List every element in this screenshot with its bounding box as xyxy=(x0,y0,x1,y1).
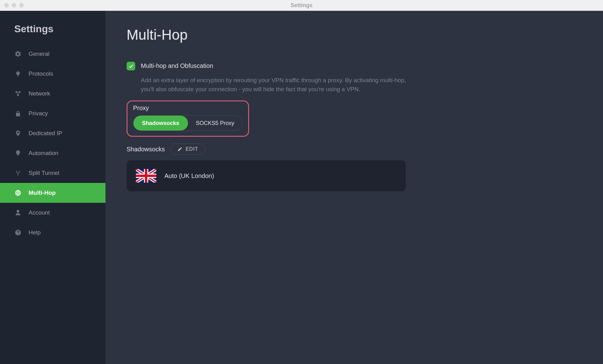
ip-icon xyxy=(14,130,22,137)
checkmark-icon xyxy=(128,63,134,69)
gear-icon xyxy=(14,50,22,58)
sidebar-item-label: General xyxy=(29,51,50,57)
sidebar-item-automation[interactable]: Automation xyxy=(0,143,105,163)
bulb-icon xyxy=(14,149,22,157)
proxy-segmented-control: Shadowsocks SOCKS5 Proxy xyxy=(133,115,243,131)
minimize-window-button[interactable] xyxy=(12,3,16,7)
svg-point-0 xyxy=(16,91,17,93)
sidebar-item-dedicated-ip[interactable]: Dedicated IP xyxy=(0,123,105,143)
person-icon xyxy=(14,209,22,216)
sidebar-item-label: Multi-Hop xyxy=(29,189,56,196)
sidebar-item-privacy[interactable]: Privacy xyxy=(0,104,105,123)
sidebar-item-label: Dedicated IP xyxy=(29,130,62,137)
pencil-icon xyxy=(177,147,182,152)
close-window-button[interactable] xyxy=(4,3,9,7)
multi-hop-setting: Multi-hop and Obfuscation xyxy=(127,62,582,70)
sidebar-item-label: Account xyxy=(29,209,50,216)
proxy-option-socks5[interactable]: SOCKS5 Proxy xyxy=(188,116,243,131)
sidebar-item-label: Automation xyxy=(29,150,58,157)
uk-flag-icon xyxy=(136,169,156,183)
svg-point-1 xyxy=(19,91,21,93)
page-title: Multi-Hop xyxy=(127,26,582,43)
sidebar-item-account[interactable]: Account xyxy=(0,203,105,223)
sidebar-item-network[interactable]: Network xyxy=(0,84,105,104)
plug-icon xyxy=(14,70,22,78)
split-icon xyxy=(14,169,22,177)
shadowsocks-label: Shadowsocks xyxy=(127,146,165,153)
proxy-label: Proxy xyxy=(133,104,243,112)
location-card[interactable]: Auto (UK London) xyxy=(127,160,406,191)
sidebar: Settings General Protocols Network Priva… xyxy=(0,11,105,364)
main-content: Multi-Hop Multi-hop and Obfuscation Add … xyxy=(105,11,603,364)
edit-button-label: EDIT xyxy=(185,146,198,152)
proxy-section-highlight: Proxy Shadowsocks SOCKS5 Proxy xyxy=(127,100,249,137)
svg-point-2 xyxy=(17,95,19,96)
sidebar-item-label: Network xyxy=(29,90,50,97)
globe-icon xyxy=(14,189,22,197)
network-icon xyxy=(14,90,22,97)
shadowsocks-header: Shadowsocks EDIT xyxy=(127,144,582,155)
sidebar-item-label: Privacy xyxy=(29,110,48,117)
edit-button[interactable]: EDIT xyxy=(170,144,205,155)
zoom-window-button[interactable] xyxy=(19,3,24,7)
sidebar-item-label: Protocols xyxy=(29,70,53,77)
help-icon xyxy=(14,229,22,236)
sidebar-item-general[interactable]: General xyxy=(0,44,105,64)
multi-hop-description: Add an extra layer of encryption by rero… xyxy=(141,76,420,94)
window-controls xyxy=(4,3,24,7)
window-title: Settings xyxy=(0,2,603,9)
multi-hop-checkbox[interactable] xyxy=(127,62,135,70)
sidebar-item-multi-hop[interactable]: Multi-Hop xyxy=(0,183,105,203)
proxy-option-shadowsocks[interactable]: Shadowsocks xyxy=(133,116,188,131)
sidebar-title: Settings xyxy=(0,23,105,44)
sidebar-item-help[interactable]: Help xyxy=(0,223,105,242)
sidebar-item-split-tunnel[interactable]: Split Tunnel xyxy=(0,163,105,183)
sidebar-item-label: Help xyxy=(29,229,41,236)
location-label: Auto (UK London) xyxy=(164,172,214,180)
multi-hop-label: Multi-hop and Obfuscation xyxy=(141,62,213,69)
sidebar-item-label: Split Tunnel xyxy=(29,170,59,176)
sidebar-item-protocols[interactable]: Protocols xyxy=(0,64,105,84)
lock-icon xyxy=(14,110,22,117)
window-bar: Settings xyxy=(0,0,603,11)
